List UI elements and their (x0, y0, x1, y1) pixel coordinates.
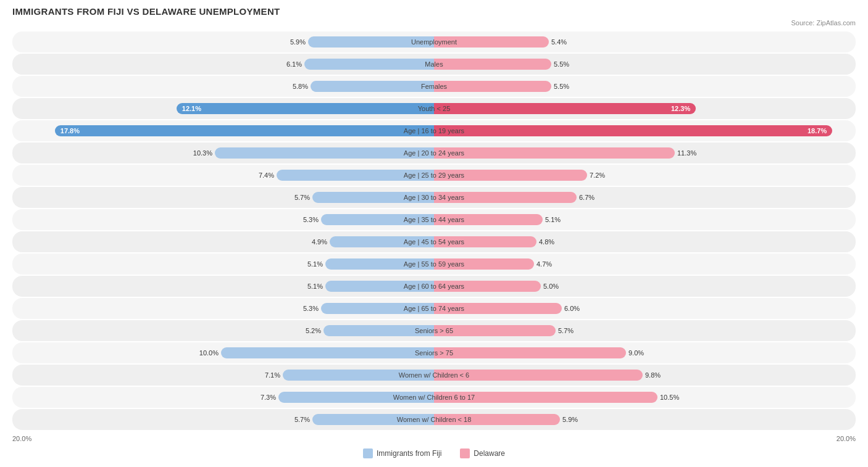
left-value: 5.1% (307, 283, 323, 290)
left-value: 6.1% (286, 60, 302, 68)
legend-delaware-color (460, 448, 470, 458)
bar-row: 6.1% 5.5% Males (12, 54, 856, 75)
left-bar (277, 170, 434, 181)
left-bar (321, 303, 434, 314)
x-axis: 20.0% 20.0% (12, 431, 856, 445)
left-value: 10.0% (199, 349, 219, 357)
right-value: 5.5% (554, 83, 569, 90)
right-value: 5.4% (551, 38, 567, 46)
bar-row: 17.8% 18.7% Age | 16 to 19 years (12, 120, 856, 141)
x-axis-left: 20.0% (12, 435, 434, 442)
right-bar (434, 81, 551, 92)
bar-row: 5.7% 5.9% Women w/ Children < 18 (12, 409, 856, 430)
left-value: 5.1% (307, 260, 323, 268)
legend-fiji: Immigrants from Fiji (363, 448, 441, 458)
right-value: 4.7% (536, 260, 552, 268)
left-value: 5.8% (293, 83, 308, 90)
left-bar (321, 214, 434, 225)
left-value: 5.3% (303, 216, 319, 223)
right-bar (434, 192, 577, 203)
legend-fiji-label: Immigrants from Fiji (377, 449, 441, 458)
bar-row: 5.1% 4.7% Age | 55 to 59 years (12, 254, 856, 275)
chart-area: 5.9% 5.4% Unemployment 6.1% 5.5% Males 5… (12, 31, 856, 430)
right-value: 10.5% (660, 394, 679, 401)
left-bar (323, 325, 434, 336)
right-bar (434, 303, 562, 314)
left-bar (177, 103, 434, 114)
chart-title: IMMIGRANTS FROM FIJI VS DELAWARE UNEMPLO… (12, 6, 856, 17)
right-value: 6.7% (579, 194, 595, 201)
right-bar (434, 236, 536, 247)
bar-row: 7.4% 7.2% Age | 25 to 29 years (12, 165, 856, 186)
right-bar (434, 36, 549, 48)
left-value: 7.3% (261, 394, 276, 401)
left-value: 17.8% (61, 127, 80, 134)
right-bar (434, 170, 587, 181)
bar-row: 5.7% 6.7% Age | 30 to 34 years (12, 187, 856, 208)
right-value: 5.5% (554, 60, 569, 68)
right-bar (434, 125, 832, 136)
right-value: 5.1% (545, 216, 561, 223)
right-bar (434, 59, 551, 70)
right-value: 11.3% (677, 149, 696, 157)
right-bar (434, 258, 534, 270)
left-bar (283, 370, 434, 381)
right-bar (434, 214, 543, 225)
bar-row: 5.9% 5.4% Unemployment (12, 31, 856, 52)
bar-row: 7.3% 10.5% Women w/ Children 6 to 17 (12, 387, 856, 408)
legend-delaware: Delaware (460, 448, 505, 458)
right-value: 6.0% (564, 305, 580, 312)
bar-row: 10.0% 9.0% Seniors > 75 (12, 342, 856, 363)
bar-row: 7.1% 9.8% Women w/ Children < 6 (12, 365, 856, 386)
left-bar (221, 347, 434, 358)
right-value: 12.3% (671, 105, 690, 112)
right-value: 5.0% (543, 283, 559, 290)
right-value: 5.7% (558, 327, 574, 334)
bar-row: 5.8% 5.5% Females (12, 76, 856, 97)
right-bar (434, 281, 541, 292)
left-value: 10.3% (193, 149, 212, 157)
right-bar (434, 370, 643, 381)
bar-row: 5.3% 6.0% Age | 65 to 74 years (12, 298, 856, 319)
bar-row: 5.1% 5.0% Age | 60 to 64 years (12, 276, 856, 297)
right-value: 9.0% (628, 349, 644, 357)
legend-fiji-color (363, 448, 373, 458)
right-bar (434, 325, 556, 336)
right-bar (434, 392, 657, 403)
source-label: Source: ZipAtlas.com (12, 19, 856, 27)
bar-row: 12.1% 12.3% Youth < 25 (12, 98, 856, 119)
left-bar (215, 147, 434, 159)
left-value: 7.1% (265, 371, 280, 379)
bar-row: 5.2% 5.7% Seniors > 65 (12, 320, 856, 341)
right-bar (434, 414, 560, 425)
bar-row: 4.9% 4.8% Age | 45 to 54 years (12, 231, 856, 252)
left-value: 4.9% (312, 238, 327, 246)
bar-row: 10.3% 11.3% Age | 20 to 24 years (12, 143, 856, 163)
left-bar (55, 125, 434, 136)
right-bar (434, 347, 626, 358)
left-bar (325, 281, 434, 292)
left-bar (308, 36, 434, 48)
legend: Immigrants from Fiji Delaware (12, 448, 856, 458)
left-value: 7.4% (259, 172, 274, 179)
left-bar (312, 414, 434, 425)
left-bar (330, 236, 434, 247)
x-axis-right: 20.0% (434, 435, 856, 442)
left-value: 5.2% (306, 327, 321, 334)
left-value: 5.7% (294, 416, 310, 423)
left-value: 5.9% (290, 38, 306, 46)
left-bar (304, 59, 434, 70)
right-value: 18.7% (807, 127, 827, 134)
left-value: 5.7% (294, 194, 310, 201)
left-bar (325, 258, 434, 270)
right-value: 5.9% (562, 416, 578, 423)
right-bar (434, 147, 675, 159)
right-value: 9.8% (645, 371, 661, 379)
left-value: 5.3% (303, 305, 319, 312)
left-bar (312, 192, 434, 203)
right-bar (434, 103, 696, 114)
left-value: 12.1% (182, 105, 201, 112)
right-value: 4.8% (539, 238, 554, 246)
legend-delaware-label: Delaware (474, 449, 505, 458)
left-bar (278, 392, 434, 403)
